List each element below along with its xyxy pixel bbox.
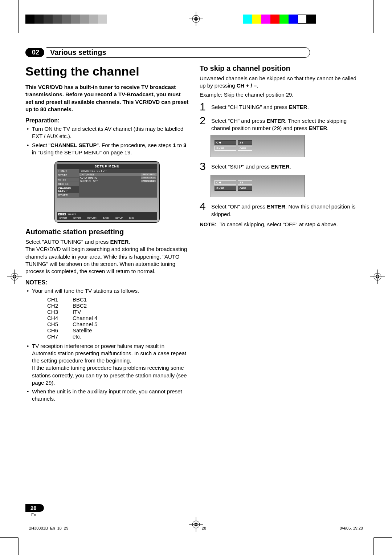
setup-menu-screenshot: SETUP MENU TIMER SYSTE AV SET REC SE CHA… (54, 161, 160, 223)
grayscale-swatches (25, 15, 107, 24)
crop-mark (374, 33, 392, 33)
page-number-badge: 28 (25, 504, 44, 512)
crop-mark (18, 538, 19, 555)
crop-mark (0, 33, 18, 33)
notes-list-cont: TV reception interference or power failu… (25, 343, 189, 403)
crop-mark (18, 0, 19, 33)
preparation-heading: Preparation: (25, 117, 189, 124)
setup-menu-right-panel: CHANNEL SETUP CH TUNINGPROCEED AUTO TUNI… (79, 169, 157, 198)
crop-mark (373, 538, 374, 555)
chapter-number-badge: 02 (25, 48, 44, 57)
doc-page: 28 (202, 526, 206, 530)
list-item: Turn ON the TV and select its AV channel… (32, 125, 189, 140)
list-item: Select "CHANNEL SETUP". For the procedur… (32, 142, 189, 157)
chapter-title: Various settings (46, 47, 310, 58)
notes-list: Your unit will tune the TV stations as f… (25, 287, 189, 295)
skip-note: NOTE: To cancel skipping, select "OFF" a… (200, 221, 363, 228)
step-3: 3 Select "SKIP" and press ENTER. (200, 161, 363, 172)
color-swatches (243, 15, 316, 24)
list-item: Your unit will tune the TV stations as f… (32, 287, 189, 295)
list-item: When the unit is in the auxiliary input … (32, 388, 189, 403)
skip-heading: To skip a channel position (200, 64, 363, 73)
auto-preset-body: Select "AUTO TUNING" and press ENTER.The… (25, 238, 189, 275)
preparation-list: Turn ON the TV and select its AV channel… (25, 125, 189, 156)
page-footer: 28 En (25, 504, 44, 517)
doc-id: 2H30301B_En_18_29 (29, 526, 68, 530)
registration-mark-right-icon (370, 270, 385, 285)
step-2: 2 Select "CH" and press ENTER. Then sele… (200, 115, 363, 132)
doc-timestamp: 8/4/05, 19:20 (340, 526, 363, 530)
down-arrow-icon: ▼ (62, 213, 66, 215)
page-language: En (31, 513, 44, 517)
osd-ch-highlighted: CH29 SKIPOFF (211, 135, 305, 157)
list-item: TV reception interference or power failu… (32, 343, 189, 387)
crop-mark (373, 0, 374, 33)
skip-intro: Unwanted channels can be skipped so that… (200, 75, 363, 90)
document-footer: 2H30301B_En_18_29 28 8/4/05, 19:20 (29, 526, 363, 530)
registration-mark-left-icon (7, 270, 22, 285)
skip-example: Example: Skip the channel position 29. (200, 91, 363, 98)
channel-table: CH1BBC1 CH2BBC2 CH3ITV CH4Channel 4 CH5C… (47, 296, 189, 340)
notes-heading: NOTES: (25, 279, 189, 286)
registration-mark-bottom-icon (189, 517, 203, 533)
step-1: 1 Select "CH TUNING" and press ENTER. (200, 101, 363, 112)
setup-menu-left-list: TIMER SYSTE AV SET REC SE CHANNEL SETUP … (57, 169, 79, 198)
chapter-header: 02 Various settings (25, 47, 367, 58)
up-arrow-icon: ▲ (58, 213, 62, 215)
setup-menu-footer: ▲▼ SELECT ENTER ENTER RETURN BACK SETUP … (57, 212, 157, 220)
auto-preset-heading: Automatic station presetting (25, 228, 189, 236)
intro-paragraph: This VCR/DVD has a built-in tuner to rec… (25, 84, 189, 113)
page-heading: Setting the channel (25, 64, 189, 78)
osd-skip-highlighted: CH29 SKIPOFF (211, 175, 305, 197)
setup-menu-title: SETUP MENU (57, 164, 157, 169)
left-column: Setting the channel This VCR/DVD has a b… (25, 64, 189, 404)
step-4: 4 Select "ON" and press ENTER. Now this … (200, 201, 363, 218)
right-column: To skip a channel position Unwanted chan… (200, 64, 363, 404)
crop-mark (0, 537, 18, 538)
registration-mark-top-icon (189, 12, 203, 28)
crop-mark (374, 537, 392, 538)
page-content: 02 Various settings Setting the channel … (25, 47, 367, 404)
